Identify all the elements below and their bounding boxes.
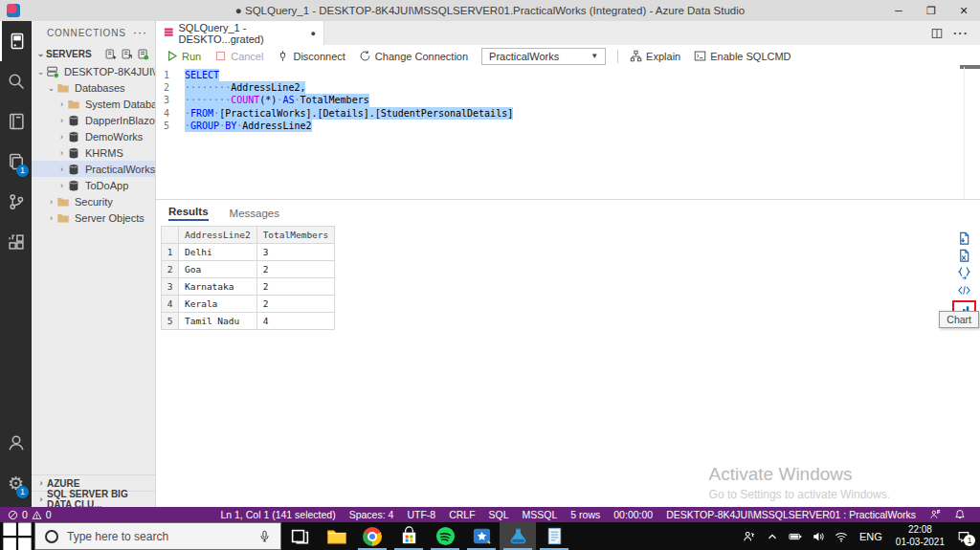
cell[interactable]: 2 [256,261,335,278]
change-connection-button[interactable]: Change Connection [359,50,468,62]
taskbar-spotify-icon[interactable] [427,522,463,550]
split-editor-icon[interactable] [930,27,944,40]
activity-connections-icon[interactable] [0,21,32,61]
status-item-mssql[interactable]: MSSQL [516,509,565,520]
chevron-up-icon[interactable] [761,530,784,543]
cell[interactable]: Tamil Nadu [179,313,257,330]
new-connection-icon[interactable] [104,48,117,60]
cell[interactable]: 2 [256,296,335,313]
tree-item-demoworks[interactable]: ›DemoWorks [32,128,155,144]
cell[interactable]: 3 [256,244,335,261]
save-csv-icon[interactable] [957,231,971,246]
language-indicator[interactable]: ENG [853,531,889,542]
minimize-button[interactable]: ─ [882,0,915,21]
taskbar-azure-data-studio-icon[interactable] [500,522,536,550]
column-header-addressline2[interactable]: AddressLine2 [179,227,257,244]
explain-button[interactable]: Explain [630,50,680,62]
start-button[interactable] [0,522,34,550]
tree-item-khrms[interactable]: ›KHRMS [32,144,155,161]
volume-icon[interactable] [807,530,830,543]
chevron-right-icon: › [46,213,56,223]
cell[interactable]: Kerala [179,296,257,313]
activity-explorer-icon[interactable]: 1 [0,142,32,182]
tree-item-server-objects[interactable]: ›Server Objects [32,209,155,226]
cell[interactable]: 4 [256,313,335,330]
status-item-desktop-8k4jui-mssqlserv[interactable]: DESKTOP-8K4JUI\MSSQLSERVER01 : Practical… [659,509,923,520]
results-grid[interactable]: AddressLine2TotalMembers1Delhi32Goa23Kar… [161,226,335,330]
tree-item-dapperinblazor[interactable]: ›DapperInBlazor [32,112,155,128]
tree-item-todoapp[interactable]: ›ToDoApp [32,177,155,193]
status-item-5-rows[interactable]: 5 rows [564,509,607,520]
status-item-sql[interactable]: SQL [482,509,516,520]
activity-settings-gear-icon[interactable]: ⚙1 [0,463,32,503]
taskbar-file-explorer-icon[interactable] [318,522,354,550]
tree-item-security[interactable]: ›Security [32,193,155,209]
tree-item-desktop-8k4jui[interactable]: ⌄DESKTOP-8K4JUI\... [32,63,155,79]
status-item-crlf[interactable]: CRLF [442,509,481,520]
dirty-indicator-icon[interactable]: ● [311,29,316,38]
status-item-00-00-00[interactable]: 00:00:00 [607,509,659,520]
table-row[interactable]: 4Kerala2 [162,296,335,313]
table-row[interactable]: 2Goa2 [162,261,335,278]
more-actions-icon[interactable]: ··· [953,26,969,40]
selected-text: ·GROUP·BY·AddressLine2 [185,120,312,132]
cell[interactable]: Delhi [179,244,257,261]
active-connections-icon[interactable] [137,48,149,60]
toolbar-separator [617,50,618,63]
run-button[interactable]: Run [166,50,201,62]
tree-item-practicalworks[interactable]: ›PracticalWorks [32,161,155,177]
notifications-bell-icon[interactable] [947,509,972,520]
microphone-icon[interactable] [258,530,280,542]
taskbar-task-view-icon[interactable] [281,522,318,550]
column-header-totalmembers[interactable]: TotalMembers [256,227,335,244]
results-tab-results[interactable]: Results [168,206,209,221]
close-button[interactable]: ✕ [947,0,980,21]
maximize-button[interactable]: ❐ [915,0,947,21]
status-item-ln-1-col-1-141-selected[interactable]: Ln 1, Col 1 (141 selected) [213,509,342,520]
folder-icon [56,211,71,225]
taskbar-notepad-icon[interactable] [536,522,572,550]
cell[interactable]: 2 [256,278,335,296]
activity-notebooks-icon[interactable] [0,101,32,142]
disconnect-button[interactable]: Disconnect [277,50,345,62]
battery-icon[interactable] [784,530,807,543]
taskbar-search-input[interactable]: Type here to search [34,522,281,550]
chart-tooltip: Chart [939,311,979,328]
activity-extensions-icon[interactable] [0,222,32,262]
status-item-utf-8[interactable]: UTF-8 [400,509,442,520]
taskbar-microsoft-store-icon[interactable] [390,522,427,550]
save-excel-icon[interactable] [957,249,971,263]
save-json-icon[interactable] [957,266,971,280]
feedback-icon[interactable] [923,509,947,520]
servers-section-header[interactable]: ⌄ SERVERS [32,44,155,63]
table-row[interactable]: 1Delhi3 [162,244,335,261]
tree-item-system-databas[interactable]: ›System Databas... [32,96,155,112]
cell[interactable]: Karnataka [179,278,257,296]
action-center-icon[interactable]: 1 [951,530,980,543]
tabbar-actions: ··· [930,21,980,45]
enable-sqlcmd-button[interactable]: Enable SQLCMD [694,50,791,62]
sql-editor[interactable]: 1SELECT2········AddressLine2,3········CO… [156,67,980,199]
table-row[interactable]: 5Tamil Nadu4 [162,313,335,330]
activity-account-icon[interactable] [0,423,32,463]
people-icon[interactable] [738,530,761,543]
status-item-spaces-4[interactable]: Spaces: 4 [343,509,401,520]
more-actions-icon[interactable]: ··· [133,26,147,39]
table-row[interactable]: 3Karnataka2 [162,278,335,296]
tab-sqlquery1[interactable]: SQLQuery_1 - DESKTO...grated) ● [156,21,324,45]
activity-source-control-icon[interactable] [0,182,32,222]
activity-search-icon[interactable] [0,61,32,101]
taskbar-feedback-hub-icon[interactable] [463,522,500,550]
status-bar: 0 0 Ln 1, Col 1 (141 selected)Spaces: 4U… [0,507,980,522]
taskbar-chrome-icon[interactable] [354,522,390,550]
new-server-group-icon[interactable] [121,48,133,60]
section-sql-server-big-data-clu[interactable]: ›SQL SERVER BIG DATA CLU... [32,491,155,507]
clock[interactable]: 22:08 01-03-2021 [889,524,951,548]
save-xml-icon[interactable] [957,283,971,297]
results-tab-messages[interactable]: Messages [230,208,279,221]
cell[interactable]: Goa [179,261,257,278]
wifi-icon[interactable] [830,530,853,543]
tree-item-databases[interactable]: ⌄Databases [32,79,155,96]
chevron-right-icon: › [56,181,67,190]
database-dropdown[interactable]: PracticalWorks ▼ [481,48,606,65]
